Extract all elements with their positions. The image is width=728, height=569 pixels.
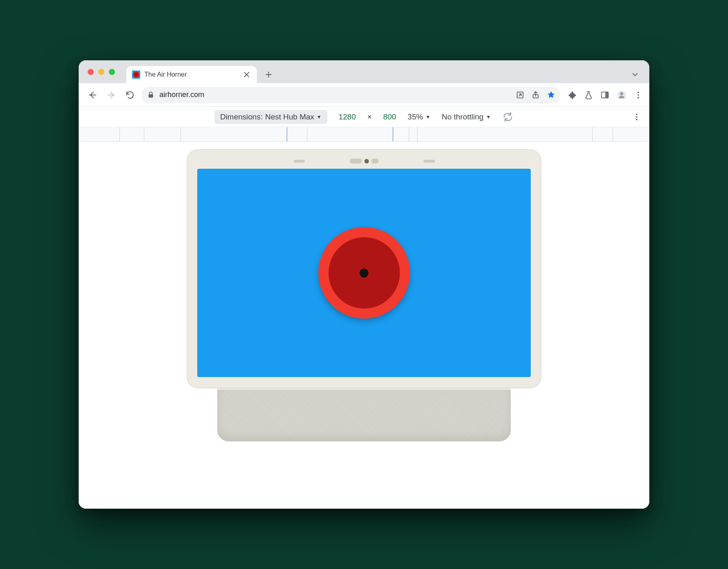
svg-point-11: [636, 116, 638, 118]
svg-point-8: [638, 94, 639, 96]
reload-button[interactable]: [123, 88, 137, 102]
window-controls: [88, 60, 126, 83]
tab-search-button[interactable]: [627, 70, 644, 79]
caret-down-icon: ▼: [486, 114, 491, 120]
sensor-pill: [371, 159, 379, 163]
svg-point-7: [638, 91, 639, 93]
svg-point-6: [620, 92, 623, 95]
tab-close-button[interactable]: [242, 70, 251, 79]
svg-point-9: [638, 97, 639, 98]
device-bezel: [187, 149, 541, 388]
ruler-tick: [613, 127, 613, 141]
kebab-icon: [632, 112, 641, 121]
dimensions-label-prefix: Dimensions:: [220, 112, 263, 121]
speaker-slit: [293, 160, 305, 163]
ruler-tick: [144, 127, 144, 141]
ruler-tick: [119, 127, 120, 141]
svg-point-12: [636, 119, 638, 120]
device-frame: [187, 149, 541, 441]
tab-strip: The Air Horner: [79, 60, 649, 83]
dimension-separator: ×: [367, 112, 372, 121]
device-toolbar-menu[interactable]: [632, 112, 641, 121]
extensions-icon[interactable]: [568, 90, 577, 99]
chrome-menu-button[interactable]: [634, 90, 643, 99]
open-external-icon[interactable]: [516, 90, 525, 99]
plus-icon: [264, 70, 273, 79]
reload-icon: [125, 90, 135, 100]
sensor-pill: [350, 159, 362, 163]
lock-icon: [146, 90, 155, 99]
share-icon[interactable]: [531, 90, 540, 99]
ruler-tick: [592, 127, 593, 141]
window-zoom-button[interactable]: [109, 69, 115, 75]
toolbar-actions: [565, 90, 643, 100]
arrow-right-icon: [106, 90, 116, 100]
airhorn-inner: [329, 237, 400, 309]
browser-tab[interactable]: The Air Horner: [126, 66, 257, 83]
device-base: [217, 388, 511, 441]
airhorn-center-dot: [360, 269, 368, 278]
emulated-screen[interactable]: [197, 169, 531, 377]
emulated-viewport: [79, 142, 649, 509]
tab-title: The Air Horner: [144, 71, 238, 78]
kebab-icon: [634, 90, 643, 99]
airhorn-button[interactable]: [318, 227, 410, 319]
svg-rect-4: [605, 92, 608, 98]
profile-avatar[interactable]: [617, 90, 627, 100]
svg-rect-0: [149, 94, 153, 97]
throttling-selector[interactable]: No throttling ▼: [442, 112, 491, 121]
close-icon: [242, 70, 251, 79]
rotate-icon: [502, 111, 514, 123]
back-button[interactable]: [85, 88, 100, 102]
ruler-tick: [409, 127, 409, 141]
throttling-value: No throttling: [442, 112, 483, 121]
sidepanel-icon[interactable]: [600, 90, 609, 99]
caret-down-icon: ▼: [426, 114, 430, 120]
zoom-selector[interactable]: 35% ▼: [408, 112, 430, 121]
ruler-tick: [181, 127, 181, 141]
arrow-left-icon: [88, 90, 97, 100]
rotate-button[interactable]: [502, 111, 514, 123]
camera-cluster: [350, 159, 379, 163]
chevron-down-icon: [631, 70, 640, 79]
device-sensors: [197, 157, 531, 165]
tab-favicon: [132, 71, 140, 79]
browser-window: The Air Horner airhorner.com: [79, 60, 649, 509]
ruler-tick: [287, 127, 287, 141]
window-close-button[interactable]: [88, 69, 94, 75]
bookmark-star-icon[interactable]: [547, 90, 556, 99]
device-width-input[interactable]: 1280: [339, 112, 356, 121]
device-toolbar: Dimensions: Nest Hub Max ▼ 1280 × 800 35…: [79, 107, 649, 127]
window-minimize-button[interactable]: [98, 69, 104, 75]
svg-point-10: [636, 113, 638, 115]
labs-icon[interactable]: [584, 90, 593, 99]
ruler-tick: [307, 127, 307, 141]
device-selector[interactable]: Dimensions: Nest Hub Max ▼: [214, 110, 327, 124]
new-tab-button[interactable]: [262, 68, 276, 82]
ruler-tick: [393, 127, 393, 141]
caret-down-icon: ▼: [317, 114, 322, 120]
camera-hole: [364, 159, 369, 163]
device-height-input[interactable]: 800: [383, 112, 396, 121]
speaker-slit: [424, 160, 435, 163]
device-name: Nest Hub Max: [265, 112, 314, 121]
zoom-value: 35%: [408, 112, 423, 121]
media-query-ruler[interactable]: [79, 127, 649, 142]
url-text: airhorner.com: [159, 90, 512, 99]
ruler-tick: [417, 127, 417, 141]
toolbar: airhorner.com: [79, 83, 649, 107]
address-bar[interactable]: airhorner.com: [141, 87, 560, 103]
forward-button[interactable]: [104, 88, 119, 102]
